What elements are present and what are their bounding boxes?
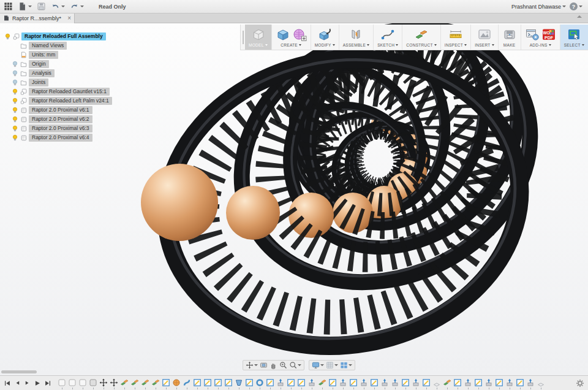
browser-item[interactable]: Named Views	[4, 41, 126, 50]
timeline-item-sketch[interactable]	[495, 378, 503, 389]
toolbar-group-inspect[interactable]: INSPECT	[441, 25, 471, 50]
timeline-item-sketch[interactable]	[401, 378, 410, 389]
construct-planes-icon[interactable]	[414, 27, 429, 42]
make-print-icon[interactable]	[502, 27, 517, 42]
fit-button[interactable]	[289, 361, 301, 369]
toolbar-group-assemble[interactable]: ASSEMBLE	[339, 25, 374, 50]
assemble-joint-icon[interactable]	[349, 27, 363, 42]
timeline-item-sketch[interactable]	[453, 378, 462, 389]
timeline-item-sketch[interactable]	[193, 378, 202, 389]
timeline-item-torus[interactable]	[255, 378, 264, 389]
save-button[interactable]	[35, 1, 48, 13]
toolbar-group-create[interactable]: CREATE	[272, 25, 311, 50]
visibility-bulb-icon[interactable]	[11, 134, 18, 141]
timeline-item-body[interactable]	[89, 378, 97, 389]
timeline-item-sketch[interactable]	[370, 378, 379, 389]
timeline-item-extrude[interactable]	[339, 378, 347, 389]
insert-image-icon[interactable]	[477, 27, 492, 42]
create-box-icon[interactable]	[276, 27, 290, 42]
browser-item[interactable]: Analysis	[4, 69, 126, 78]
go-to-end-button[interactable]	[44, 380, 51, 387]
timeline-item-plane[interactable]	[318, 378, 326, 389]
modify-press-icon[interactable]	[317, 27, 332, 42]
visibility-bulb-icon[interactable]	[11, 70, 18, 77]
timeline-item-plane[interactable]	[151, 378, 160, 389]
visibility-bulb-icon[interactable]	[4, 33, 11, 40]
browser-item[interactable]: Raptor Reloaded Left Palm v24:1	[4, 96, 126, 105]
timeline-item-extrude[interactable]	[464, 378, 472, 389]
timeline-item-extrude[interactable]	[526, 378, 535, 389]
undo-button[interactable]	[49, 1, 67, 13]
display-settings-button[interactable]	[312, 361, 324, 369]
timeline-item-plane[interactable]	[141, 378, 149, 389]
timeline-item-sketch[interactable]	[297, 378, 306, 389]
close-icon[interactable]: ×	[67, 15, 71, 21]
inspect-measure-icon[interactable]	[448, 27, 463, 42]
visibility-bulb-icon[interactable]	[11, 61, 18, 67]
timeline-item-extrude[interactable]	[484, 378, 493, 389]
timeline-item-move[interactable]	[99, 378, 108, 389]
timeline-scroll-grip[interactable]	[1, 370, 37, 373]
toolbar-group-modify[interactable]: MODIFY	[311, 25, 339, 50]
timeline-item-extrude[interactable]	[360, 378, 368, 389]
timeline-item-extrude[interactable]	[307, 378, 316, 389]
timeline-item-extrude[interactable]	[276, 378, 285, 389]
browser-item[interactable]: Joints	[4, 78, 126, 87]
document-tab[interactable]: Raptor R...ssembly* ×	[0, 13, 75, 23]
visibility-bulb-icon[interactable]	[11, 88, 18, 95]
addins-scripts-icon[interactable]	[525, 27, 540, 42]
browser-item[interactable]: Raptor Reloaded Full Assembly	[4, 32, 126, 41]
visibility-bulb-icon[interactable]	[11, 125, 18, 132]
visibility-bulb-icon[interactable]	[11, 98, 18, 104]
browser-item[interactable]: Raptor 2.0 Proximal v6:1	[4, 105, 126, 115]
user-menu[interactable]: Prashnant Dhawase	[510, 1, 568, 13]
toolbar-group-sketch[interactable]: SKETCH	[374, 25, 402, 50]
play-button[interactable]	[34, 380, 41, 387]
gear-icon[interactable]	[576, 379, 584, 390]
viewports-button[interactable]	[340, 361, 352, 369]
toolbar-group-construct[interactable]: CONSTRUCT	[402, 25, 441, 50]
toolbar-grip[interactable]	[241, 25, 245, 50]
visibility-bulb-icon[interactable]	[11, 116, 18, 123]
step-forward-button[interactable]	[24, 380, 31, 386]
timeline-item-sketch[interactable]	[214, 378, 222, 389]
browser-item[interactable]: Raptor 2.0 Proximal v6:2	[4, 115, 126, 124]
grid-settings-button[interactable]	[326, 361, 338, 369]
redo-button[interactable]	[68, 1, 86, 13]
toolbar-group-insert[interactable]: INSERT	[471, 25, 499, 50]
look-at-button[interactable]	[260, 361, 268, 369]
browser-item[interactable]: Raptor Reloaded Gauntlet v15:1	[4, 87, 126, 96]
app-grid-button[interactable]	[2, 1, 15, 13]
orbit-button[interactable]	[246, 361, 258, 369]
timeline-item-sweep[interactable]	[183, 378, 191, 389]
toolbar-group-model[interactable]: MODEL	[245, 25, 272, 50]
timeline-item-plane[interactable]	[120, 378, 129, 389]
timeline-item-plane[interactable]	[443, 378, 451, 389]
go-to-start-button[interactable]	[4, 380, 11, 387]
visibility-bulb-icon[interactable]	[11, 107, 18, 113]
timeline-item-fillet[interactable]	[432, 378, 441, 389]
model-cube-icon[interactable]	[250, 26, 266, 42]
select-tool-icon[interactable]	[567, 27, 581, 42]
timeline-item-extrude[interactable]	[505, 378, 514, 389]
timeline-item-sketch[interactable]	[224, 378, 233, 389]
addins-pdf-icon[interactable]: WOPDF	[541, 27, 556, 42]
timeline-item-loft[interactable]	[235, 378, 243, 389]
timeline-item-component[interactable]	[58, 378, 66, 389]
timeline-item-sketch[interactable]	[516, 378, 524, 389]
viewport-canvas[interactable]: MODELCREATEMODIFYASSEMBLESKETCHCONSTRUCT…	[0, 23, 588, 375]
timeline-item-extrude[interactable]	[412, 378, 420, 389]
toolbar-group-addins[interactable]: WOPDFADD-INS	[521, 25, 560, 50]
file-menu-button[interactable]	[16, 1, 34, 13]
browser-item[interactable]: Units: mm	[4, 50, 126, 59]
timeline-item-move[interactable]	[110, 378, 118, 389]
timeline-item-sketch[interactable]	[245, 378, 254, 389]
help-menu[interactable]: ?	[568, 1, 584, 13]
timeline-item-sketch[interactable]	[266, 378, 274, 389]
timeline-item-component[interactable]	[78, 378, 87, 389]
browser-item[interactable]: Origin	[4, 59, 126, 69]
timeline-item-sketch[interactable]	[162, 378, 170, 389]
visibility-bulb-icon[interactable]	[11, 79, 18, 86]
browser-item[interactable]: Raptor 2.0 Proximal v6:3	[4, 124, 126, 133]
timeline-item-plane[interactable]	[130, 378, 139, 389]
